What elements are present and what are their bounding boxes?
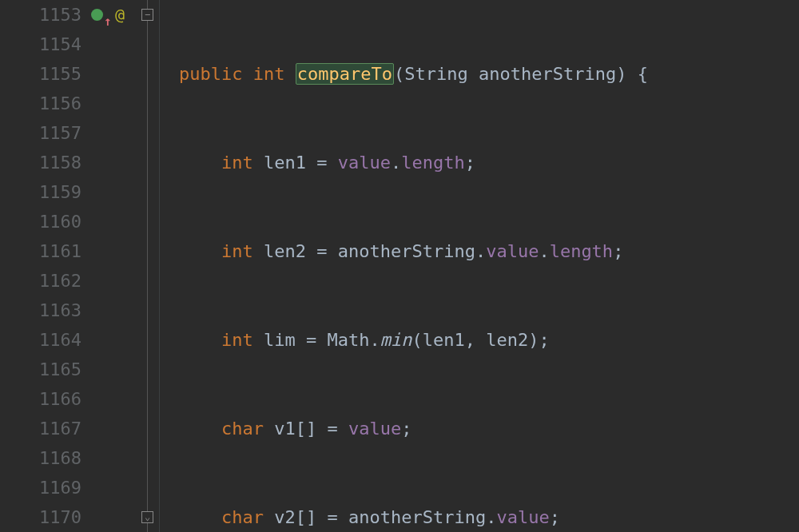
code-editor[interactable]: 1153 1154 1155 1156 1157 1158 1159 1160 … bbox=[0, 0, 799, 532]
highlighted-method: compareTo bbox=[296, 63, 394, 85]
gutter-annotations: ↑ @ bbox=[88, 0, 136, 532]
code-line[interactable]: char v1[] = value; bbox=[179, 414, 799, 443]
line-number: 1170 bbox=[0, 502, 81, 532]
line-number: 1160 bbox=[0, 207, 81, 236]
code-line[interactable]: int len2 = anotherString.value.length; bbox=[179, 236, 799, 266]
line-number: 1161 bbox=[0, 236, 81, 266]
line-number: 1156 bbox=[0, 89, 81, 118]
line-number: 1162 bbox=[0, 266, 81, 296]
line-number: 1163 bbox=[0, 296, 81, 325]
override-marker-icon[interactable] bbox=[91, 9, 103, 21]
line-number: 1154 bbox=[0, 30, 81, 59]
code-line[interactable]: int lim = Math.min(len1, len2); bbox=[179, 325, 799, 355]
line-number: 1164 bbox=[0, 325, 81, 355]
line-number-gutter: 1153 1154 1155 1156 1157 1158 1159 1160 … bbox=[0, 0, 88, 532]
line-number: 1155 bbox=[0, 59, 81, 89]
code-line[interactable]: public int compareTo(String anotherStrin… bbox=[179, 59, 799, 89]
code-line[interactable]: int len1 = value.length; bbox=[179, 148, 799, 177]
line-number: 1158 bbox=[0, 148, 81, 177]
annotation-at-icon[interactable]: @ bbox=[115, 0, 125, 30]
line-number: 1153 bbox=[0, 0, 81, 30]
code-area[interactable]: public int compareTo(String anotherStrin… bbox=[160, 0, 799, 532]
line-number: 1169 bbox=[0, 473, 81, 502]
fold-gutter: − ⌄ bbox=[136, 0, 160, 532]
fold-collapse-icon[interactable]: − bbox=[141, 9, 153, 21]
line-number: 1159 bbox=[0, 177, 81, 207]
code-line[interactable]: char v2[] = anotherString.value; bbox=[179, 502, 799, 532]
line-number: 1167 bbox=[0, 414, 81, 443]
fold-end-icon[interactable]: ⌄ bbox=[141, 511, 153, 523]
line-number: 1157 bbox=[0, 118, 81, 148]
line-number: 1166 bbox=[0, 384, 81, 414]
line-number: 1168 bbox=[0, 443, 81, 473]
line-number: 1165 bbox=[0, 355, 81, 384]
fold-guide-line bbox=[147, 0, 148, 532]
override-arrow-icon[interactable]: ↑ bbox=[104, 6, 112, 36]
